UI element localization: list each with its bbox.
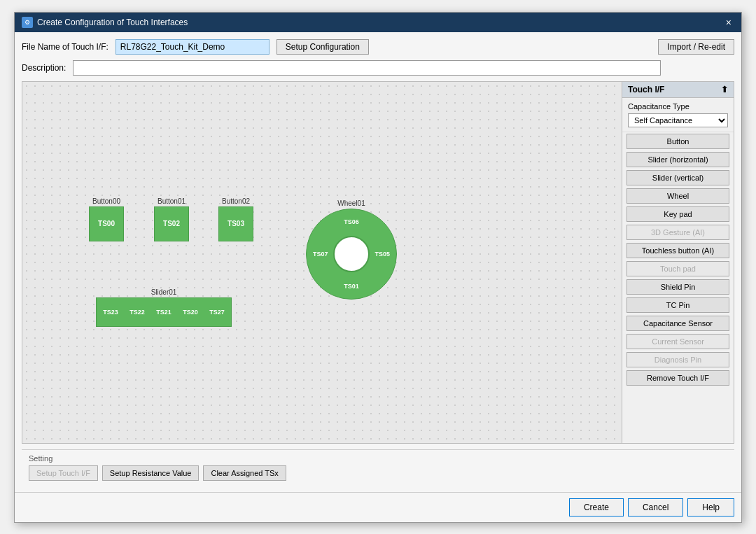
dialog-title: Create Configuration of Touch Interfaces [37, 17, 188, 27]
dialog-icon: ⚙ [22, 17, 33, 28]
touchless-button[interactable]: Touchless button (AI) [626, 243, 729, 258]
slider01-label: Slider01 [96, 288, 232, 296]
panel-header: Touch I/F ⬆ [622, 82, 734, 98]
button01-label: Button01 [154, 197, 189, 205]
cap-type-select[interactable]: Self Capacitance Mutual Capacitance [628, 113, 728, 127]
wheel01-label: Wheel01 [306, 199, 397, 207]
import-button[interactable]: Import / Re-edit [658, 39, 734, 55]
button02-group: Button02 TS03 [218, 197, 253, 241]
button00-group: Button00 TS00 [89, 197, 124, 241]
help-button[interactable]: Help [687, 498, 734, 517]
close-button[interactable]: × [723, 17, 734, 28]
main-content: Button00 TS00 Button01 TS02 Button02 TS0… [22, 81, 734, 444]
button00-ts[interactable]: TS00 [89, 206, 124, 241]
wheel01-container[interactable]: TS06 TS05 TS01 TS07 [306, 209, 397, 300]
slider-ts22: TS22 [125, 300, 150, 325]
bottom-bar: Create Cancel Help [15, 492, 741, 522]
panel-collapse-icon[interactable]: ⬆ [721, 85, 728, 94]
filename-input[interactable] [115, 39, 270, 55]
setting-bar: Setting Setup Touch I/F Setup Resistance… [22, 449, 734, 485]
capsensor-button[interactable]: Capacitance Sensor [626, 316, 729, 331]
wheel-ts05: TS05 [374, 251, 390, 258]
main-dialog: ⚙ Create Configuration of Touch Interfac… [14, 12, 742, 523]
canvas-area[interactable]: Button00 TS00 Button01 TS02 Button02 TS0… [22, 81, 622, 444]
slider-ts21: TS21 [151, 300, 176, 325]
setting-buttons: Setup Touch I/F Setup Resistance Value C… [29, 465, 727, 481]
keypad-button[interactable]: Key pad [626, 206, 729, 222]
wheel-ts07: TS07 [313, 251, 328, 258]
cap-type-label: Capacitance Type [628, 102, 728, 111]
slider-horizontal-button[interactable]: Slider (horizontal) [626, 152, 729, 167]
wheel01-group: Wheel01 TS06 TS05 TS01 TS07 [306, 199, 397, 300]
setting-label: Setting [29, 454, 727, 463]
setup-resistance-button[interactable]: Setup Resistance Value [102, 465, 200, 481]
cancel-button[interactable]: Cancel [628, 498, 683, 517]
setup-touch-button[interactable]: Setup Touch I/F [29, 465, 98, 481]
description-label: Description: [22, 63, 66, 73]
button00-label: Button00 [89, 197, 124, 205]
dialog-body: File Name of Touch I/F: Setup Configurat… [15, 32, 741, 492]
slider01-track[interactable]: TS23 TS22 TS21 TS20 TS27 [96, 297, 232, 327]
shieldpin-button[interactable]: Shield Pin [626, 279, 729, 295]
title-bar-left: ⚙ Create Configuration of Touch Interfac… [22, 17, 188, 28]
slider-ts20: TS20 [178, 300, 203, 325]
wheel-inner [333, 236, 370, 272]
create-button[interactable]: Create [569, 498, 624, 517]
slider-vertical-button[interactable]: Slider (vertical) [626, 170, 729, 185]
diagpin-button: Diagnosis Pin [626, 352, 729, 367]
cap-section: Capacitance Type Self Capacitance Mutual… [622, 98, 734, 132]
slider01-group: Slider01 TS23 TS22 TS21 TS20 TS27 [96, 288, 232, 327]
wheel-button[interactable]: Wheel [626, 188, 729, 204]
title-bar: ⚙ Create Configuration of Touch Interfac… [15, 13, 741, 32]
right-panel: Touch I/F ⬆ Capacitance Type Self Capaci… [622, 81, 734, 444]
slider-ts27: TS27 [204, 300, 230, 325]
wheel-ts06: TS06 [344, 218, 359, 225]
touchpad-button: Touch pad [626, 261, 729, 276]
top-row: File Name of Touch I/F: Setup Configurat… [22, 39, 734, 55]
description-input[interactable] [73, 60, 661, 76]
gesture-button: 3D Gesture (AI) [626, 225, 729, 240]
panel-title: Touch I/F [628, 85, 664, 94]
tcpin-button[interactable]: TC Pin [626, 297, 729, 313]
button-add-button[interactable]: Button [626, 134, 729, 149]
filename-label: File Name of Touch I/F: [22, 42, 108, 52]
setup-config-button[interactable]: Setup Configuration [276, 39, 369, 55]
desc-row: Description: [22, 60, 734, 76]
currentsensor-button: Current Sensor [626, 334, 729, 349]
remove-touch-button[interactable]: Remove Touch I/F [626, 370, 729, 386]
wheel-ts01: TS01 [344, 283, 359, 290]
button02-ts[interactable]: TS03 [218, 206, 253, 241]
button01-group: Button01 TS02 [154, 197, 189, 241]
slider-ts23: TS23 [98, 300, 123, 325]
clear-assigned-button[interactable]: Clear Assigned TSx [203, 465, 286, 481]
button01-ts[interactable]: TS02 [154, 206, 189, 241]
button02-label: Button02 [218, 197, 253, 205]
